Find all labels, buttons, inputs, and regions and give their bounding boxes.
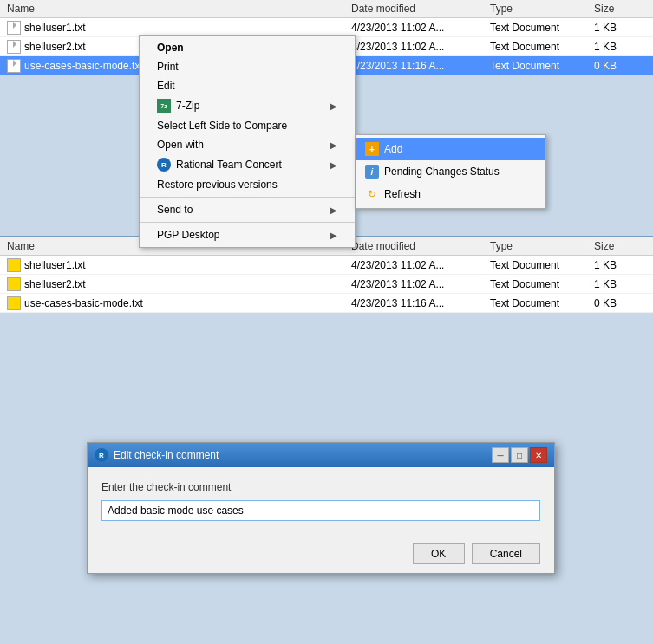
zip-icon: 7z [157,99,171,113]
submenu-refresh[interactable]: ↻ Refresh [356,183,545,205]
ctx-open-with[interactable]: Open with ▶ [140,135,355,154]
file-name-b2: use-cases-basic-mode.txt [7,296,351,310]
arrow-icon: ▶ [330,231,337,240]
context-menu[interactable]: Open Print Edit 7z 7-Zip ▶ Select Left S… [139,35,356,248]
table-row[interactable]: use-cases-basic-mode.txt 4/23/2013 11:16… [0,294,653,313]
ctx-open[interactable]: Open [140,38,355,57]
ctx-restore[interactable]: Restore previous versions [140,175,355,194]
col-size: Size [594,3,646,15]
dialog-body: Enter the check-in comment [88,467,554,535]
ctx-compare[interactable]: Select Left Side to Compare [140,116,355,135]
col-name: Name [7,3,351,15]
table-row[interactable]: shelluser1.txt 4/23/2013 11:02 A... Text… [0,256,653,275]
rtc-submenu[interactable]: + Add i Pending Changes Status ↻ Refresh [356,134,546,209]
checkin-label: Enter the check-in comment [101,481,540,493]
col-size-b: Size [594,240,646,252]
ctx-edit[interactable]: Edit [140,76,355,95]
col-date: Date modified [351,3,490,15]
ctx-rtc[interactable]: R Rational Team Concert ▶ [140,154,355,175]
txt-icon [7,21,21,35]
col-type-b: Type [490,240,594,252]
dialog-title-left: R Edit check-in comment [95,448,219,462]
dialog-title-text: Edit check-in comment [114,449,219,461]
explorer-header-top: Name Date modified Type Size [0,0,653,18]
ctx-sendto[interactable]: Send to ▶ [140,200,355,219]
gold-icon [7,277,21,291]
cancel-button[interactable]: Cancel [472,543,540,564]
gold-icon [7,296,21,310]
ctx-separator-2 [140,222,355,223]
dialog-footer: OK Cancel [88,535,554,573]
col-type: Type [490,3,594,15]
minimize-button[interactable]: ─ [492,447,509,463]
checkin-comment-input[interactable] [101,500,540,521]
col-date-b: Date modified [351,240,490,252]
submenu-pending[interactable]: i Pending Changes Status [356,160,545,183]
arrow-icon: ▶ [330,205,337,215]
file-name-b1: shelluser2.txt [7,277,351,291]
txt-icon [7,40,21,54]
maximize-button[interactable]: □ [511,447,528,463]
info-icon: i [365,165,379,179]
gold-icon [7,258,21,272]
ctx-7zip[interactable]: 7z 7-Zip ▶ [140,95,355,116]
close-button[interactable]: ✕ [530,447,547,463]
arrow-icon: ▶ [330,160,337,170]
dialog-controls[interactable]: ─ □ ✕ [492,447,547,463]
submenu-add[interactable]: + Add [356,138,545,160]
arrow-icon: ▶ [330,140,337,150]
dialog-titlebar: R Edit check-in comment ─ □ ✕ [88,443,554,467]
txt-icon [7,59,21,73]
ok-button[interactable]: OK [413,543,465,564]
ctx-print[interactable]: Print [140,57,355,76]
arrow-icon: ▶ [330,101,337,111]
refresh-icon: ↻ [365,187,379,201]
rtc-icon: R [157,158,171,172]
file-name-0: shelluser1.txt [7,21,351,35]
table-row[interactable]: shelluser2.txt 4/23/2013 11:02 A... Text… [0,275,653,294]
file-name-b0: shelluser1.txt [7,258,351,272]
add-icon: + [365,142,379,156]
checkin-dialog: R Edit check-in comment ─ □ ✕ Enter the … [87,442,555,574]
ctx-pgp[interactable]: PGP Desktop ▶ [140,225,355,244]
ctx-separator [140,197,355,198]
dialog-title-icon: R [95,448,108,462]
